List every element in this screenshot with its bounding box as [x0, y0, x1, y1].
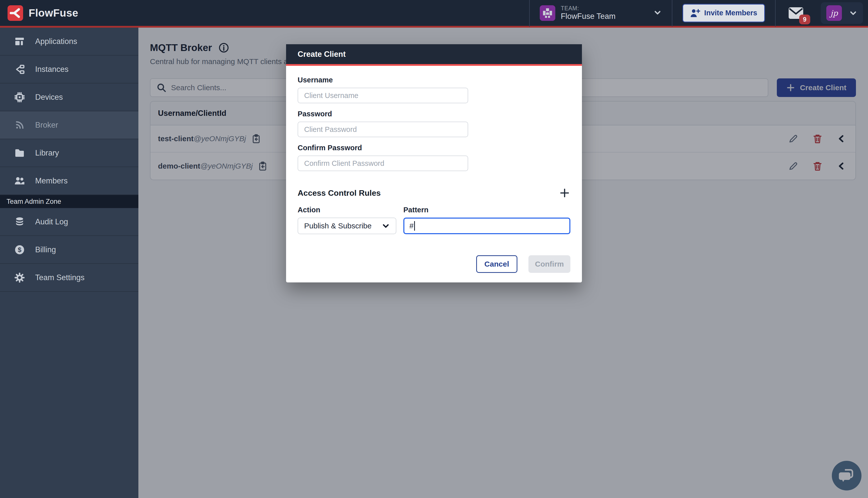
- sidebar-item-applications[interactable]: Applications: [0, 28, 138, 55]
- modal-title: Create Client: [298, 50, 346, 59]
- chevron-down-icon: [849, 9, 857, 17]
- sidebar-item-label: Applications: [35, 37, 77, 46]
- text-caret: [414, 221, 415, 231]
- broker-icon: [14, 120, 25, 131]
- invite-members-label: Invite Members: [704, 9, 757, 17]
- action-select[interactable]: Publish & Subscribe: [298, 218, 396, 234]
- create-client-modal: Create Client Username Password Confirm …: [286, 44, 582, 283]
- sidebar-item-team-settings[interactable]: Team Settings: [0, 264, 138, 292]
- notification-badge: 9: [799, 15, 810, 24]
- confirm-password-label: Confirm Password: [298, 144, 570, 152]
- team-avatar: [540, 5, 555, 21]
- team-name: FlowFuse Team: [561, 12, 616, 21]
- sidebar-item-label: Instances: [35, 65, 69, 74]
- team-selector[interactable]: TEAM: FlowFuse Team: [529, 0, 672, 27]
- confirm-password-field[interactable]: [298, 156, 468, 171]
- user-menu[interactable]: jp: [821, 2, 863, 24]
- invite-section: Invite Members: [672, 0, 775, 27]
- sidebar-item-label: Audit Log: [35, 217, 68, 226]
- brand[interactable]: FlowFuse: [0, 5, 78, 21]
- instances-icon: [14, 64, 25, 75]
- notifications-section: 9: [775, 0, 816, 27]
- action-select-value: Publish & Subscribe: [304, 222, 372, 230]
- database-icon: [14, 217, 25, 227]
- sidebar-item-label: Library: [35, 148, 59, 158]
- sidebar-item-label: Members: [35, 176, 68, 185]
- sidebar: Applications Instances Devices Broker Li…: [0, 28, 138, 498]
- sidebar-item-broker[interactable]: Broker: [0, 111, 138, 139]
- flowfuse-logo-icon: [8, 5, 23, 21]
- password-label: Password: [298, 110, 570, 118]
- dollar-circle-icon: $: [14, 244, 25, 255]
- user-avatar: jp: [826, 5, 842, 21]
- sidebar-item-label: Devices: [35, 93, 63, 102]
- password-field[interactable]: [298, 122, 468, 137]
- sidebar-item-label: Team Settings: [35, 273, 84, 282]
- mail-button[interactable]: 9: [789, 7, 803, 19]
- team-label: TEAM:: [561, 5, 616, 12]
- applications-icon: [14, 36, 25, 47]
- sidebar-item-members[interactable]: Members: [0, 167, 138, 195]
- chevron-down-icon: [382, 222, 390, 230]
- sidebar-item-billing[interactable]: $ Billing: [0, 236, 138, 264]
- gear-icon: [14, 272, 25, 283]
- brand-name: FlowFuse: [29, 7, 78, 19]
- action-label: Action: [298, 206, 396, 214]
- user-plus-icon: [690, 9, 700, 17]
- svg-text:$: $: [18, 246, 22, 253]
- username-label: Username: [298, 76, 570, 84]
- pattern-label: Pattern: [403, 206, 570, 214]
- acl-heading: Access Control Rules: [298, 188, 381, 198]
- add-rule-button[interactable]: [559, 187, 570, 199]
- sidebar-item-audit-log[interactable]: Audit Log: [0, 208, 138, 236]
- invite-members-button[interactable]: Invite Members: [682, 4, 765, 22]
- sidebar-item-library[interactable]: Library: [0, 139, 138, 167]
- chevron-down-icon: [653, 8, 662, 18]
- sidebar-item-label: Billing: [35, 245, 56, 254]
- cancel-button[interactable]: Cancel: [476, 255, 517, 273]
- sidebar-item-label: Broker: [35, 121, 58, 130]
- username-field[interactable]: [298, 88, 468, 103]
- members-icon: [14, 175, 25, 186]
- confirm-button[interactable]: Confirm: [529, 255, 570, 273]
- folder-icon: [14, 147, 25, 159]
- pattern-input[interactable]: #: [403, 218, 570, 234]
- sidebar-item-instances[interactable]: Instances: [0, 55, 138, 83]
- sidebar-item-devices[interactable]: Devices: [0, 83, 138, 111]
- team-admin-zone-header: Team Admin Zone: [0, 195, 138, 208]
- app-header: FlowFuse TEAM: FlowFuse Team Invite Memb…: [0, 0, 868, 28]
- devices-icon: [14, 92, 25, 103]
- pattern-value: #: [410, 222, 414, 230]
